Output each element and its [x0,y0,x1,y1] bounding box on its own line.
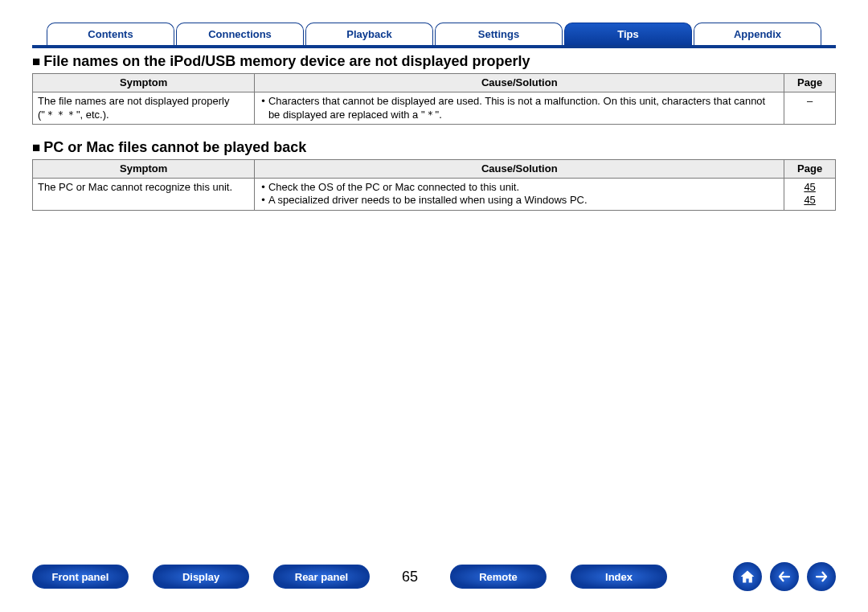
section-title: File names on the iPod/USB memory device… [43,53,530,69]
pill-label: Rear panel [295,571,348,583]
bottom-nav: Front panel Display Rear panel 65 Remote… [0,562,868,591]
tab-playback[interactable]: Playback [305,23,433,45]
tab-label: Connections [208,28,272,40]
page-ref-link[interactable]: 45 [804,194,815,206]
th-cause: Cause/Solution [255,74,784,92]
nav-remote[interactable]: Remote [450,565,547,589]
nav-rear-panel[interactable]: Rear panel [273,565,370,589]
cause-text: Check the OS of the PC or Mac connected … [268,181,519,194]
pill-label: Index [605,571,633,583]
tab-underline [32,45,836,48]
tab-appendix[interactable]: Appendix [694,23,821,45]
th-cause: Cause/Solution [255,159,784,178]
tab-tips[interactable]: Tips [564,23,692,45]
tab-label: Settings [478,28,519,40]
th-page: Page [784,159,836,178]
tab-label: Contents [88,28,133,40]
square-bullet-icon: ■ [32,140,40,155]
cause-text: A specialized driver needs to be install… [268,194,588,207]
page-ref: – [807,95,813,107]
nav-display[interactable]: Display [153,565,249,589]
cell-cause: Check the OS of the PC or Mac connected … [255,179,784,211]
tab-label: Playback [346,28,391,40]
table-row: The file names are not displayed properl… [33,92,836,125]
cell-cause: Characters that cannot be displayed are … [255,92,784,125]
prev-page-button[interactable] [770,562,799,591]
table-row: The PC or Mac cannot recognize this unit… [33,179,836,211]
cause-text: Characters that cannot be displayed are … [268,95,779,121]
pill-label: Front panel [52,571,109,583]
th-symptom: Symptom [33,74,255,92]
cell-symptom: The file names are not displayed properl… [33,92,255,125]
tab-contents[interactable]: Contents [47,23,174,45]
bottom-nav-right [733,562,836,591]
square-bullet-icon: ■ [32,54,40,69]
cell-page: 45 45 [784,179,836,211]
section-title: PC or Mac files cannot be played back [43,139,306,155]
top-tabs: Contents Connections Playback Settings T… [47,23,821,45]
tab-label: Tips [617,28,639,40]
cell-page: – [784,92,836,125]
page-ref-link[interactable]: 45 [804,181,815,193]
pill-label: Remote [479,571,518,583]
tab-label: Appendix [734,28,781,40]
section-heading-2: ■PC or Mac files cannot be played back [32,139,836,156]
tab-connections[interactable]: Connections [176,23,304,45]
section-heading-1: ■File names on the iPod/USB memory devic… [32,53,836,70]
page-number: 65 [394,569,426,585]
pill-label: Display [182,571,219,583]
bottom-nav-left: Front panel Display Rear panel 65 Remote… [32,565,667,589]
tab-settings[interactable]: Settings [435,23,563,45]
th-page: Page [784,74,836,92]
th-symptom: Symptom [33,159,255,178]
trouble-table-1: Symptom Cause/Solution Page The file nam… [32,73,836,125]
nav-front-panel[interactable]: Front panel [32,565,129,589]
trouble-table-2: Symptom Cause/Solution Page The PC or Ma… [32,159,836,211]
arrow-left-icon [777,569,792,584]
cell-symptom: The PC or Mac cannot recognize this unit… [33,179,255,211]
arrow-right-icon [814,569,829,584]
nav-index[interactable]: Index [571,565,667,589]
next-page-button[interactable] [807,562,836,591]
home-icon [739,569,755,585]
home-button[interactable] [733,562,762,591]
